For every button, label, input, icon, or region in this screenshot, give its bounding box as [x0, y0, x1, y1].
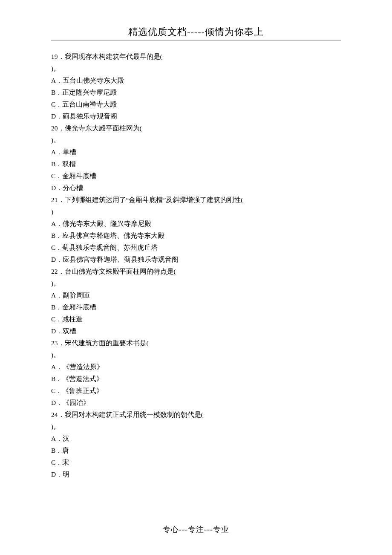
- text-line: A．《营造法原》: [51, 361, 341, 373]
- question-body: 19．我国现存木构建筑年代最早的是()。A．五台山佛光寺东大殿B．正定隆兴寺摩尼…: [51, 51, 341, 480]
- text-line: B．《营造法式》: [51, 373, 341, 385]
- text-line: 21．下列哪组建筑运用了“金厢斗底槽”及斜撑增强了建筑的刚性(: [51, 194, 341, 206]
- text-line: )。: [51, 278, 341, 289]
- text-line: 24．我国对木构建筑正式采用统一模数制的朝代是(: [51, 409, 341, 421]
- text-line: B．双槽: [51, 158, 341, 170]
- text-line: )。: [51, 421, 341, 433]
- page-header: 精选优质文档-----倾情为你奉上: [51, 26, 341, 38]
- text-line: B．唐: [51, 445, 341, 457]
- text-line: D．《园冶》: [51, 397, 341, 409]
- text-line: D．分心槽: [51, 182, 341, 194]
- text-line: B．金厢斗底槽: [51, 301, 341, 313]
- text-line: B．应县佛宫寺释迦塔、佛光寺东大殿: [51, 230, 341, 242]
- text-line: B．正定隆兴寺摩尼殿: [51, 87, 341, 98]
- header-underline: [51, 40, 341, 40]
- text-line: C．蓟县独乐寺观音阁、苏州虎丘塔: [51, 242, 341, 254]
- text-line: A．五台山佛光寺东大殿: [51, 75, 341, 87]
- text-line: A．佛光寺东大殿、隆兴寺摩尼殿: [51, 218, 341, 230]
- text-line: C．《鲁班正式》: [51, 385, 341, 397]
- text-line: 23．宋代建筑方面的重要术书是(: [51, 337, 341, 349]
- text-line: 19．我国现存木构建筑年代最早的是(: [51, 51, 341, 63]
- text-line: C．宋: [51, 457, 341, 468]
- text-line: D．双槽: [51, 325, 341, 337]
- text-line: D．应县佛宫寺释迦塔、蓟县独乐寺观音阁: [51, 254, 341, 266]
- text-line: )。: [51, 134, 341, 146]
- text-line: A．副阶周匝: [51, 289, 341, 301]
- text-line: )。: [51, 349, 341, 361]
- text-line: 22．台山佛光寺文殊殿平面柱网的特点是(: [51, 266, 341, 278]
- page-footer: 专心---专注---专业: [0, 524, 392, 535]
- text-line: D．明: [51, 468, 341, 480]
- text-line: C．金厢斗底槽: [51, 170, 341, 182]
- text-line: A．单槽: [51, 146, 341, 158]
- text-line: D．蓟县独乐寺观音阁: [51, 110, 341, 122]
- text-line: C．减柱造: [51, 313, 341, 325]
- text-line: ): [51, 206, 341, 218]
- text-line: C．五台山南禅寺大殿: [51, 98, 341, 110]
- text-line: 20．佛光寺东大殿平面柱网为(: [51, 122, 341, 134]
- text-line: A．汉: [51, 433, 341, 445]
- text-line: )。: [51, 63, 341, 75]
- page-content: 精选优质文档-----倾情为你奉上 19．我国现存木构建筑年代最早的是()。A．…: [0, 0, 392, 497]
